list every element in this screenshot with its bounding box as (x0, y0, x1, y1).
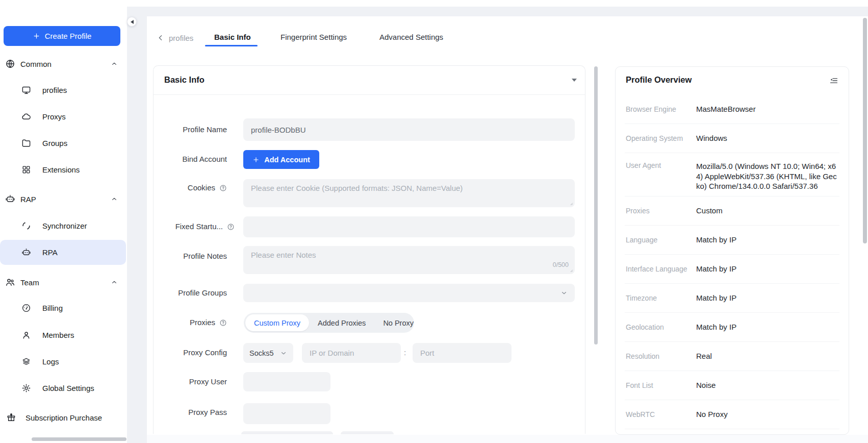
robot-icon (5, 194, 15, 204)
resize-handle-icon[interactable] (568, 200, 573, 206)
overview-row-language: Language Match by IP (625, 225, 839, 254)
sidebar-horizontal-scrollbar[interactable] (32, 437, 126, 441)
sidebar-item-label: profiles (42, 86, 67, 94)
tab-fingerprint-settings[interactable]: Fingerprint Settings (280, 33, 347, 41)
window-vertical-scrollbar[interactable] (863, 18, 867, 243)
proxy-user-input[interactable] (243, 372, 330, 391)
overview-row-label: Proxies (625, 207, 696, 215)
chevron-up-icon[interactable] (111, 279, 118, 286)
sidebar-item-logs[interactable]: Logs (0, 350, 127, 373)
sidebar-item-members[interactable]: Members (0, 324, 127, 346)
sidebar-item-extensions[interactable]: Extensions (0, 158, 127, 181)
chevron-up-icon[interactable] (111, 195, 118, 203)
team-icon (5, 277, 15, 287)
sidebar-item-profiles[interactable]: profiles (0, 79, 127, 101)
proxy-protocol-select[interactable]: Socks5 (243, 343, 293, 363)
panel-collapse-caret-icon[interactable] (572, 79, 577, 82)
proxy-pass-input[interactable] (243, 403, 330, 424)
sidebar-section-rap[interactable]: RAP (0, 188, 127, 210)
sidebar-section-common[interactable]: Common (0, 53, 127, 75)
sidebar: Create Profile Common profiles Proxys Gr… (0, 0, 127, 443)
overview-row-operating-system: Operating System Windows (625, 124, 839, 153)
profile-name-input[interactable] (243, 118, 575, 141)
form-vertical-scrollbar[interactable] (594, 66, 598, 344)
proxy-option-custom-proxy[interactable]: Custom Proxy (245, 314, 309, 331)
section-label: Common (20, 60, 52, 68)
profile-groups-select[interactable] (243, 284, 575, 302)
sidebar-collapse-button[interactable] (127, 17, 137, 27)
profile-notes-textarea[interactable] (243, 246, 575, 274)
proxy-config-label: Proxy Config (153, 348, 227, 358)
overview-row-label: Operating System (625, 134, 696, 142)
overview-row-webrtc: WebRTC No Proxy (625, 400, 839, 429)
caret-left-icon (131, 20, 134, 24)
overview-row-label: WebRTC (625, 410, 696, 419)
overview-bottom-divider (625, 429, 839, 435)
create-profile-button[interactable]: Create Profile (4, 26, 120, 46)
overview-row-value: No Proxy (696, 409, 839, 420)
proxy-host-input[interactable] (302, 343, 401, 363)
profile-overview-title: Profile Overview (626, 75, 692, 85)
profile-notes-label: Profile Notes (153, 251, 227, 261)
member-icon (21, 330, 31, 340)
tab-advanced-settings[interactable]: Advanced Settings (379, 33, 443, 41)
breadcrumb-back[interactable]: profiles (157, 32, 193, 44)
chevron-up-icon[interactable] (111, 60, 118, 67)
grid-icon (21, 165, 31, 175)
sidebar-item-label: Global Settings (42, 384, 94, 392)
proxy-option-no-proxy[interactable]: No Proxy (374, 314, 422, 331)
plus-icon (33, 32, 40, 40)
overview-row-label: Geolocation (625, 323, 696, 331)
sidebar-section-team[interactable]: Team (0, 271, 127, 293)
folder-icon (21, 138, 31, 148)
add-account-button[interactable]: Add Account (243, 150, 319, 169)
sidebar-item-groups[interactable]: Groups (0, 132, 127, 154)
gift-icon (6, 412, 16, 423)
tab-basic-info[interactable]: Basic Info (214, 33, 251, 41)
sidebar-item-label: Proxys (42, 112, 66, 121)
cookies-label: Cookies (188, 183, 215, 193)
help-icon[interactable] (219, 319, 227, 327)
tab-label: Basic Info (214, 33, 251, 41)
proxy-protocol-value: Socks5 (249, 349, 274, 357)
proxies-label: Proxies (190, 317, 215, 328)
cloud-icon (21, 112, 31, 121)
overview-row-browser-engine: Browser Engine MasMateBrowser (625, 94, 839, 124)
robot-icon (21, 248, 31, 257)
fixed-startup-input[interactable] (243, 216, 575, 237)
sidebar-item-proxys[interactable]: Proxys (0, 105, 127, 128)
overview-row-timezone: Timezone Match by IP (625, 283, 839, 312)
resize-handle-icon[interactable] (568, 267, 573, 273)
help-icon[interactable] (227, 223, 235, 231)
sidebar-item-subscription-purchase[interactable]: Subscription Purchase (0, 406, 127, 429)
overview-row-value: Mozilla/5.0 (Windows NT 10.0; Win64; x64… (696, 161, 839, 191)
profile-overview-rows: Browser Engine MasMateBrowser Operating … (625, 94, 839, 435)
adjustments-icon[interactable] (829, 76, 838, 85)
overview-row-label: Resolution (625, 352, 696, 360)
overview-row-proxies: Proxies Custom (625, 196, 839, 225)
plus-icon (252, 156, 260, 163)
proxy-port-input[interactable] (413, 343, 512, 363)
overview-row-label: Language (625, 236, 696, 244)
sidebar-item-label: Synchronizer (42, 222, 87, 230)
proxy-option-added-proxies[interactable]: Added Proxies (309, 314, 374, 331)
overview-row-label: Browser Engine (625, 105, 696, 113)
host-port-separator: : (404, 348, 406, 357)
sidebar-item-synchronizer[interactable]: Synchronizer (0, 214, 127, 237)
meter-icon (21, 303, 31, 313)
proxy-pass-label: Proxy Pass (153, 407, 227, 417)
sidebar-item-billing[interactable]: Billing (0, 297, 127, 319)
sidebar-item-label: Extensions (42, 165, 80, 174)
tab-label: Fingerprint Settings (280, 33, 347, 41)
sidebar-item-label: RPA (42, 248, 58, 257)
layers-icon (21, 357, 31, 366)
overview-row-value: Noise (696, 380, 839, 390)
sidebar-item-label: Groups (42, 139, 67, 147)
sidebar-item-global-settings[interactable]: Global Settings (0, 377, 127, 399)
overview-row-resolution: Resolution Real (625, 341, 839, 371)
cookies-textarea[interactable] (243, 179, 575, 207)
top-background-band (147, 7, 868, 16)
proxies-label-row: Proxies (153, 317, 227, 328)
help-icon[interactable] (219, 184, 227, 192)
sidebar-item-rpa[interactable]: RPA (0, 241, 127, 263)
